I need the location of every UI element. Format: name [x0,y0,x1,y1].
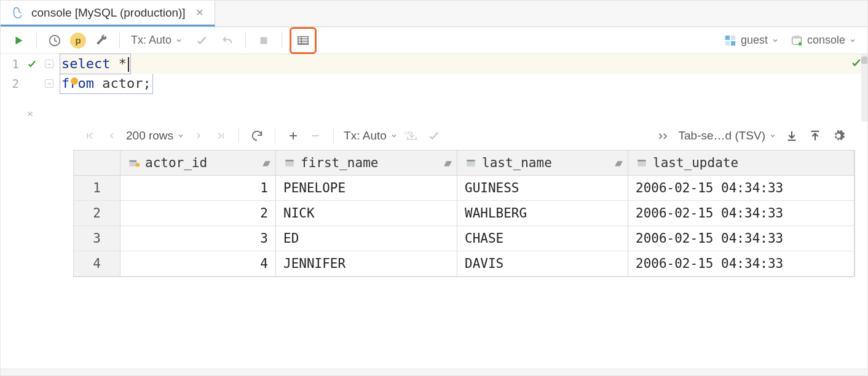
in-editor-results-button[interactable] [290,27,317,54]
column-icon [283,157,296,169]
cell[interactable]: 1 [120,176,276,200]
svg-rect-3 [725,35,730,39]
svg-point-7 [792,35,802,39]
status-bar [1,369,867,375]
table-row[interactable]: 2 2 NICK WAHLBERG 2006-02-15 04:34:33 [74,201,854,226]
editor-gutter: 1 − 2 − ✕ [1,54,60,122]
check-icon [26,58,37,69]
prev-page-icon[interactable] [104,131,120,141]
scrollbar[interactable] [861,54,867,122]
cell[interactable]: 3 [120,226,276,251]
fold-handle-icon[interactable]: − [45,79,53,88]
cell[interactable]: DAVIS [457,251,628,276]
svg-rect-13 [136,165,140,166]
toolbar-right: guest console [720,34,860,47]
column-label: actor_id [145,155,207,170]
cell[interactable]: 2006-02-15 04:34:33 [628,251,854,276]
cell[interactable]: 2 [120,201,276,225]
schema-selector[interactable]: guest [720,34,783,47]
results-grid: actor_id ▲▼ first_name ▲▼ last_name ▲▼ l… [73,150,855,277]
console-selector[interactable]: console [786,34,860,47]
column-label: last_name [482,155,552,170]
cell[interactable]: JENNIFER [276,251,457,276]
cell[interactable]: GUINESS [457,176,628,200]
svg-rect-19 [637,160,645,162]
sort-icon[interactable]: ▲▼ [615,158,620,168]
cell[interactable]: 2006-02-15 04:34:33 [628,176,854,200]
line-number: 1 [7,57,19,71]
tab-console[interactable]: console [MySQL (production)] ✕ [1,1,215,26]
fold-handle-icon[interactable]: − [45,60,53,68]
row-number: 3 [74,226,120,251]
cell[interactable]: NICK [276,201,457,225]
close-icon[interactable]: ✕ [195,7,203,18]
text-cursor [128,57,129,72]
cell[interactable]: CHASE [457,226,628,251]
cell[interactable]: 2006-02-15 04:34:33 [628,226,854,251]
first-page-icon[interactable] [82,130,98,141]
commit-icon[interactable] [191,30,212,51]
run-button[interactable] [8,30,29,51]
history-icon[interactable] [44,30,65,51]
cell[interactable]: ED [276,226,457,251]
grid-header: actor_id ▲▼ first_name ▲▼ last_name ▲▼ l… [74,151,854,176]
chevron-down-icon [769,132,776,139]
column-label: first_name [301,155,378,170]
svg-rect-5 [725,41,730,45]
check-icon[interactable] [850,57,862,69]
next-page-icon[interactable] [191,131,207,141]
column-header[interactable]: first_name ▲▼ [276,151,457,175]
cell[interactable]: 4 [120,251,276,276]
tx-label: Tx: Auto [131,34,172,47]
tx-mode-dropdown[interactable]: Tx: Auto [127,34,186,47]
row-number-header[interactable] [74,151,120,175]
line-number: 2 [7,77,19,90]
schema-icon [724,34,737,47]
commit-results-icon[interactable] [426,129,442,143]
separator [282,33,282,49]
table-row[interactable]: 3 3 ED CHASE 2006-02-15 04:34:33 [74,226,854,251]
refresh-icon[interactable] [249,129,265,143]
more-icon[interactable] [655,131,671,140]
rows-count-dropdown[interactable]: 200 rows [126,129,184,143]
column-header[interactable]: last_name ▲▼ [457,151,628,175]
close-results-icon[interactable]: ✕ [1,104,60,122]
rollback-icon[interactable] [217,30,238,51]
settings-wrench-icon[interactable] [91,30,112,51]
pk-column-icon [128,157,140,169]
schema-label: guest [741,34,768,47]
column-icon [636,157,648,169]
separator [275,128,275,143]
column-header[interactable]: actor_id ▲▼ [120,151,276,175]
warning-dot-icon[interactable] [71,77,78,85]
sort-icon[interactable]: ▲▼ [444,158,449,168]
sql-editor[interactable]: 1 − 2 − ✕ select * from actor; [1,54,867,122]
code-area[interactable]: select * from actor; [60,54,867,122]
export-format-dropdown[interactable]: Tab-se…d (TSV) [679,129,776,143]
chevron-down-icon [175,37,183,44]
column-header[interactable]: last_update [628,151,854,175]
separator [333,128,334,143]
separator [36,33,37,49]
cell[interactable]: WAHLBERG [457,201,628,225]
gear-icon[interactable] [831,129,846,143]
column-label: last_update [653,155,738,170]
cell[interactable]: 2006-02-15 04:34:33 [628,201,854,225]
download-icon[interactable] [784,129,800,143]
stop-icon[interactable] [253,30,274,51]
remove-row-icon[interactable] [307,130,323,142]
tab-bar: console [MySQL (production)] ✕ [1,1,867,27]
production-badge-icon[interactable]: p [70,33,86,49]
table-view-icon [293,30,314,51]
add-row-icon[interactable] [285,130,301,142]
keyword: from [61,76,94,91]
sort-icon[interactable]: ▲▼ [262,158,268,168]
upload-icon[interactable] [807,129,823,143]
svg-point-8 [799,42,802,45]
db-submit-icon[interactable]: DB [404,129,420,143]
cell[interactable]: PENELOPE [276,176,457,200]
table-row[interactable]: 4 4 JENNIFER DAVIS 2006-02-15 04:34:33 [74,251,854,276]
last-page-icon[interactable] [213,130,229,141]
results-tx-dropdown[interactable]: Tx: Auto [344,129,398,143]
table-row[interactable]: 1 1 PENELOPE GUINESS 2006-02-15 04:34:33 [74,176,854,201]
